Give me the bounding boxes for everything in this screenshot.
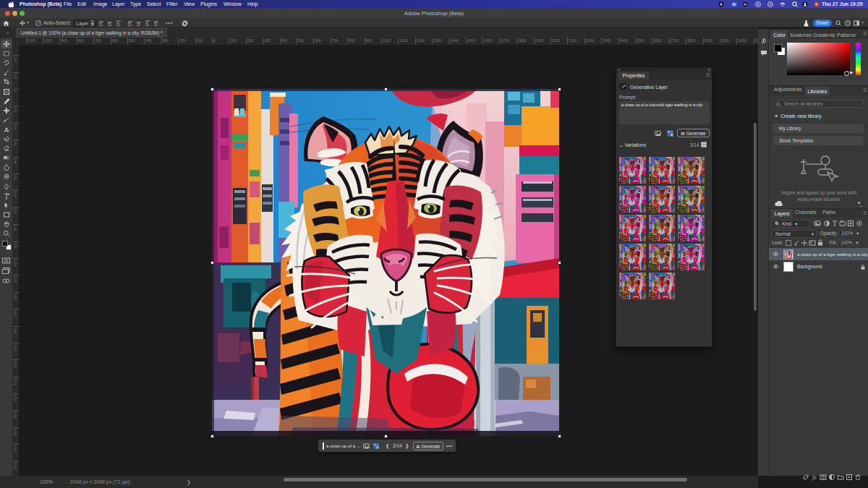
svg-text:fx: fx [812,474,817,481]
svg-text:?: ? [846,21,848,25]
